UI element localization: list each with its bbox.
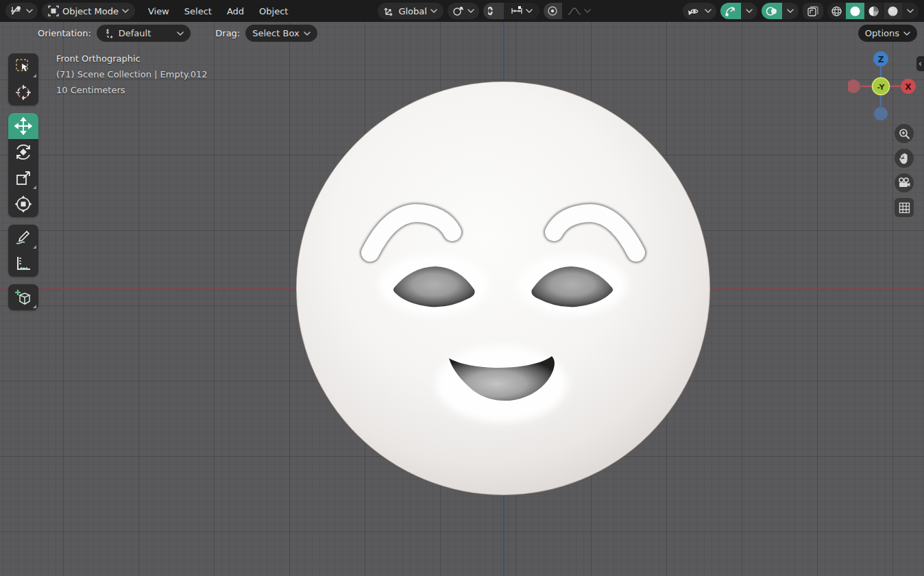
object-mode-icon bbox=[48, 5, 59, 16]
solid-sphere-icon bbox=[849, 5, 861, 17]
chevron-down-icon bbox=[430, 9, 437, 13]
tool-scale[interactable] bbox=[8, 165, 38, 191]
proportional-editing-toggle[interactable] bbox=[544, 3, 562, 19]
orientation-default-icon bbox=[104, 28, 114, 39]
gizmo-icon bbox=[725, 5, 737, 17]
grid-icon bbox=[899, 202, 910, 214]
gizmo-z-label: Z bbox=[878, 55, 884, 64]
3d-viewport[interactable]: Orientation: Default Drag: Select Box bbox=[0, 22, 924, 576]
orientation-value: Global bbox=[398, 6, 426, 16]
menu-add[interactable]: Add bbox=[219, 3, 252, 19]
chevron-down-icon bbox=[304, 32, 311, 36]
gizmo-axis-x-negative[interactable] bbox=[848, 79, 860, 93]
sidebar-collapse-tab[interactable]: ‹ bbox=[916, 56, 924, 71]
navigation-gizmo[interactable]: Z X -Y bbox=[848, 51, 916, 124]
chevron-down-icon bbox=[907, 9, 914, 13]
snapping-group bbox=[483, 3, 539, 19]
viewport-controls bbox=[895, 124, 914, 217]
viewport-header: Object Mode View Select Add Object Globa… bbox=[0, 0, 924, 22]
tool-annotate[interactable] bbox=[8, 225, 38, 251]
perspective-toggle-button[interactable] bbox=[895, 198, 914, 217]
chevron-down-icon bbox=[746, 9, 753, 13]
xray-toggle[interactable] bbox=[803, 3, 823, 19]
falloff-curve-icon bbox=[568, 6, 581, 16]
proportional-editing-icon bbox=[547, 5, 558, 16]
chevron-down-icon bbox=[122, 9, 129, 13]
chevron-down-icon bbox=[26, 9, 33, 13]
chevron-down-icon bbox=[705, 9, 712, 13]
gizmo-x-label: X bbox=[905, 82, 912, 92]
tool-add-cube[interactable] bbox=[8, 284, 38, 310]
hand-icon bbox=[899, 153, 910, 164]
snap-target-selector[interactable] bbox=[504, 3, 539, 19]
material-preview-sphere-icon bbox=[868, 5, 879, 17]
visibility-eye-icon bbox=[688, 6, 701, 16]
chevron-down-icon bbox=[526, 9, 533, 13]
mode-label: Object Mode bbox=[62, 6, 119, 16]
mode-selector[interactable]: Object Mode bbox=[42, 3, 135, 19]
gizmo-axis-z-negative[interactable] bbox=[874, 107, 888, 121]
shading-material-button[interactable] bbox=[864, 3, 883, 19]
magnifier-plus-icon bbox=[899, 128, 910, 140]
tool-select-box[interactable] bbox=[8, 53, 38, 79]
editor-type-3d-viewport-icon bbox=[10, 5, 23, 16]
chevron-down-icon bbox=[177, 32, 184, 36]
tool-transform[interactable] bbox=[8, 191, 38, 217]
collapse-arrow-icon: ‹ bbox=[919, 59, 922, 68]
orientation-value: Default bbox=[119, 28, 151, 38]
menu-view[interactable]: View bbox=[141, 3, 177, 19]
shading-rendered-button[interactable] bbox=[884, 3, 902, 19]
gizmo-options-dropdown[interactable] bbox=[741, 3, 757, 19]
viewport-info: Front Orthographic (71) Scene Collection… bbox=[56, 51, 208, 98]
tool-rotate[interactable] bbox=[8, 139, 38, 165]
orientation-dropdown[interactable]: Default bbox=[97, 25, 191, 42]
drag-dropdown[interactable]: Select Box bbox=[245, 25, 317, 42]
pan-button[interactable] bbox=[895, 149, 914, 168]
tool-move[interactable] bbox=[8, 113, 38, 139]
drag-label: Drag: bbox=[215, 28, 240, 38]
toolbar bbox=[8, 53, 38, 310]
options-dropdown[interactable]: Options bbox=[858, 25, 917, 42]
active-collection: (71) Scene Collection | Empty.012 bbox=[56, 66, 208, 82]
tool-measure[interactable] bbox=[8, 251, 38, 277]
pivot-point-selector[interactable] bbox=[448, 3, 479, 19]
zoom-button[interactable] bbox=[895, 124, 914, 143]
editor-type-button[interactable] bbox=[5, 3, 38, 19]
pivot-point-icon bbox=[452, 5, 464, 16]
movie-camera-icon bbox=[898, 177, 910, 188]
grid-scale: 10 Centimeters bbox=[56, 82, 208, 98]
gizmo-y-label: -Y bbox=[877, 83, 886, 92]
chevron-down-icon bbox=[467, 9, 474, 13]
camera-view-button[interactable] bbox=[895, 173, 914, 192]
chevron-down-icon bbox=[903, 32, 910, 36]
shading-wireframe-button[interactable] bbox=[827, 3, 846, 19]
menu-object[interactable]: Object bbox=[252, 3, 295, 19]
overlays-icon bbox=[766, 6, 778, 16]
shading-options-dropdown[interactable] bbox=[902, 3, 919, 19]
overlays-options-dropdown[interactable] bbox=[782, 3, 799, 19]
show-overlays-toggle[interactable] bbox=[762, 3, 782, 19]
object-visibility-selector[interactable] bbox=[683, 3, 716, 19]
scene-object-smiley-face[interactable] bbox=[293, 77, 713, 501]
shading-mode-group bbox=[827, 3, 919, 19]
options-label: Options bbox=[865, 28, 899, 38]
snap-increment-icon bbox=[511, 6, 523, 16]
view-name: Front Orthographic bbox=[56, 51, 208, 66]
snap-toggle-button[interactable] bbox=[483, 3, 504, 19]
rendered-sphere-icon bbox=[887, 5, 899, 17]
menu-select[interactable]: Select bbox=[177, 3, 219, 19]
show-gizmo-toggle[interactable] bbox=[720, 3, 741, 19]
wireframe-sphere-icon bbox=[831, 5, 842, 17]
transform-orientation-selector[interactable]: Global bbox=[378, 3, 443, 19]
tool-settings-bar: Orientation: Default Drag: Select Box bbox=[0, 22, 924, 45]
drag-value: Select Box bbox=[252, 28, 299, 38]
sphere-body bbox=[296, 82, 710, 495]
tool-cursor[interactable] bbox=[8, 79, 38, 105]
shading-solid-button[interactable] bbox=[846, 3, 864, 19]
magnet-icon bbox=[488, 5, 499, 16]
proportional-falloff-selector bbox=[564, 3, 594, 19]
orientation-label: Orientation: bbox=[38, 28, 91, 38]
chevron-down-icon bbox=[584, 9, 591, 13]
chevron-down-icon bbox=[787, 9, 794, 13]
orientation-axes-icon bbox=[384, 5, 395, 16]
